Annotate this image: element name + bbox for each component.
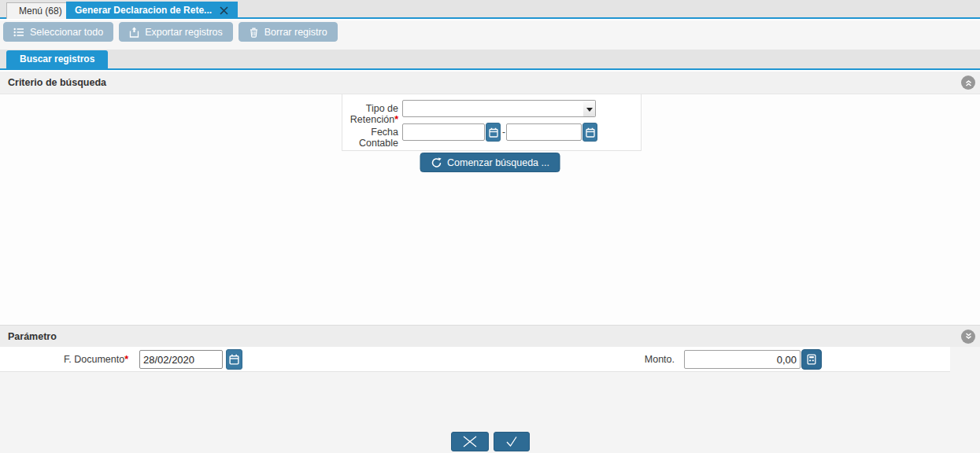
fecha-contable-desde-input[interactable] bbox=[402, 123, 485, 141]
calculator-icon bbox=[807, 354, 816, 365]
f-documento-label-text: F. Documento bbox=[64, 354, 124, 365]
date-range-separator: - bbox=[502, 127, 505, 138]
toolbar: Seleccionar todo Exportar registros Borr… bbox=[0, 20, 980, 50]
check-icon bbox=[505, 436, 519, 447]
criteria-section-title: Criterio de búsqueda bbox=[8, 77, 106, 88]
tipo-retencion-label: Tipo de Retención* bbox=[342, 103, 398, 125]
f-documento-calendar-button[interactable] bbox=[226, 349, 242, 370]
search-tab-bar: Buscar registros bbox=[0, 50, 980, 70]
chevrons-up-icon bbox=[964, 79, 973, 87]
window-tab-bar: Menú (68) Generar Declaracion de Rete... bbox=[0, 0, 980, 19]
collapse-criteria-button[interactable] bbox=[961, 76, 975, 90]
f-documento-label: F. Documento* bbox=[0, 354, 128, 365]
start-search-button[interactable]: Comenzar búsqueda ... bbox=[420, 153, 560, 172]
monto-label: Monto. bbox=[551, 354, 675, 365]
required-asterisk: * bbox=[124, 354, 128, 365]
parameter-section-header: Parámetro bbox=[0, 325, 980, 347]
cancel-button[interactable] bbox=[451, 432, 489, 451]
expand-parameter-button[interactable] bbox=[961, 330, 975, 344]
toolbar-buttons: Seleccionar todo Exportar registros Borr… bbox=[3, 22, 338, 42]
parameter-section-title: Parámetro bbox=[8, 331, 57, 342]
tipo-retencion-input[interactable] bbox=[402, 100, 584, 117]
calendar-icon bbox=[586, 127, 595, 138]
search-criteria-panel: Tipo de Retención* Fecha Contable - bbox=[342, 94, 642, 151]
required-asterisk: * bbox=[394, 114, 398, 125]
tab-menu[interactable]: Menú (68) bbox=[6, 2, 75, 19]
fecha-contable-label-text: Fecha Contable bbox=[359, 127, 398, 149]
monto-calculator-button[interactable] bbox=[801, 349, 822, 370]
tab-buscar-registros[interactable]: Buscar registros bbox=[6, 50, 108, 68]
select-all-label: Seleccionar todo bbox=[30, 27, 103, 38]
tab-generar-declaracion-label: Generar Declaracion de Rete... bbox=[75, 5, 212, 16]
monto-input[interactable] bbox=[684, 350, 801, 369]
tipo-retencion-dropdown-button[interactable] bbox=[583, 100, 596, 117]
application-window: Menú (68) Generar Declaracion de Rete...… bbox=[0, 0, 980, 453]
refresh-icon bbox=[431, 157, 442, 168]
search-criteria-content: Tipo de Retención* Fecha Contable - bbox=[0, 95, 980, 325]
x-icon bbox=[461, 436, 479, 447]
trash-icon bbox=[249, 27, 259, 38]
chevrons-down-icon bbox=[964, 332, 973, 341]
export-records-label: Exportar registros bbox=[145, 27, 223, 38]
calendar-icon bbox=[489, 127, 498, 138]
export-records-button[interactable]: Exportar registros bbox=[119, 22, 233, 42]
f-documento-input[interactable] bbox=[139, 350, 223, 369]
caret-down-icon bbox=[586, 108, 593, 112]
export-icon bbox=[129, 27, 139, 38]
tab-buscar-registros-label: Buscar registros bbox=[20, 53, 94, 64]
tab-generar-declaracion[interactable]: Generar Declaracion de Rete... bbox=[66, 2, 238, 19]
fecha-contable-label: Fecha Contable bbox=[342, 127, 398, 149]
select-all-button[interactable]: Seleccionar todo bbox=[3, 22, 113, 42]
parameter-area: F. Documento* Monto. bbox=[0, 347, 980, 453]
list-icon bbox=[13, 28, 24, 37]
fecha-hasta-calendar-button[interactable] bbox=[582, 123, 597, 142]
tab-menu-label: Menú (68) bbox=[19, 6, 62, 17]
delete-record-label: Borrar registro bbox=[264, 27, 327, 38]
tipo-retencion-label-text: Tipo de Retención bbox=[350, 103, 398, 125]
calendar-icon bbox=[229, 354, 239, 365]
confirm-button[interactable] bbox=[494, 432, 530, 451]
parameter-row: F. Documento* Monto. bbox=[0, 347, 950, 372]
close-icon[interactable] bbox=[219, 6, 229, 16]
start-search-label: Comenzar búsqueda ... bbox=[447, 157, 549, 168]
fecha-contable-hasta-input[interactable] bbox=[506, 123, 582, 141]
monto-label-text: Monto. bbox=[645, 354, 675, 365]
delete-record-button[interactable]: Borrar registro bbox=[239, 22, 338, 42]
fecha-desde-calendar-button[interactable] bbox=[486, 123, 501, 142]
criteria-section-header: Criterio de búsqueda bbox=[0, 72, 980, 94]
